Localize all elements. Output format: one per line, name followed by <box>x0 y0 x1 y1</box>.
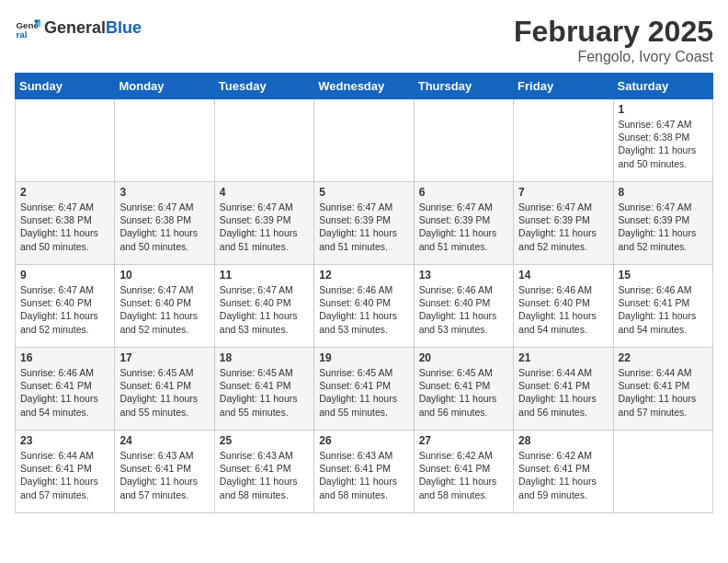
cell-content: Daylight: 11 hours and 50 minutes. <box>20 226 109 252</box>
day-number: 21 <box>518 351 608 364</box>
page-header: Gene ral General Blue February 2025 Feng… <box>15 15 713 65</box>
calendar-week-row: 16Sunrise: 6:46 AMSunset: 6:41 PMDayligh… <box>16 348 713 431</box>
calendar-cell: 4Sunrise: 6:47 AMSunset: 6:39 PMDaylight… <box>214 182 313 265</box>
calendar-week-row: 1Sunrise: 6:47 AMSunset: 6:38 PMDaylight… <box>16 99 713 182</box>
cell-content: Daylight: 11 hours and 50 minutes. <box>119 226 209 252</box>
cell-content: Sunrise: 6:42 AM <box>419 449 508 462</box>
day-number: 22 <box>619 351 708 364</box>
calendar-cell: 18Sunrise: 6:45 AMSunset: 6:41 PMDayligh… <box>214 348 313 431</box>
cell-content: Sunrise: 6:43 AM <box>319 449 408 462</box>
svg-text:ral: ral <box>16 29 27 40</box>
calendar-cell <box>214 99 313 182</box>
calendar-week-row: 2Sunrise: 6:47 AMSunset: 6:38 PMDaylight… <box>16 182 713 265</box>
cell-content: Sunset: 6:40 PM <box>119 296 209 309</box>
cell-content: Daylight: 11 hours and 55 minutes. <box>319 392 408 418</box>
calendar-cell <box>16 99 115 182</box>
cell-content: Sunset: 6:41 PM <box>220 379 309 392</box>
day-number: 8 <box>619 186 708 199</box>
calendar-cell: 22Sunrise: 6:44 AMSunset: 6:41 PMDayligh… <box>613 348 712 431</box>
calendar-cell <box>314 99 414 182</box>
cell-content: Sunrise: 6:44 AM <box>619 366 708 379</box>
calendar-cell: 7Sunrise: 6:47 AMSunset: 6:39 PMDaylight… <box>514 182 613 265</box>
calendar-cell: 3Sunrise: 6:47 AMSunset: 6:38 PMDaylight… <box>115 182 214 265</box>
cell-content: Sunrise: 6:47 AM <box>220 201 309 213</box>
location-subtitle: Fengolo, Ivory Coast <box>514 49 713 65</box>
calendar-cell: 20Sunrise: 6:45 AMSunset: 6:41 PMDayligh… <box>414 348 513 431</box>
day-number: 11 <box>220 269 309 282</box>
cell-content: Sunrise: 6:46 AM <box>20 366 109 379</box>
day-number: 19 <box>319 351 408 364</box>
header-sunday: Sunday <box>16 74 115 99</box>
logo: Gene ral General Blue <box>15 15 142 40</box>
cell-content: Daylight: 11 hours and 57 minutes. <box>20 475 109 500</box>
cell-content: Sunset: 6:41 PM <box>319 462 408 475</box>
calendar-cell: 15Sunrise: 6:46 AMSunset: 6:41 PMDayligh… <box>613 265 712 348</box>
cell-content: Daylight: 11 hours and 58 minutes. <box>220 475 309 500</box>
cell-content: Daylight: 11 hours and 52 minutes. <box>619 226 708 252</box>
cell-content: Daylight: 11 hours and 58 minutes. <box>319 475 408 500</box>
calendar-cell <box>514 99 613 182</box>
cell-content: Daylight: 11 hours and 56 minutes. <box>419 392 508 418</box>
day-number: 13 <box>419 269 508 282</box>
cell-content: Daylight: 11 hours and 58 minutes. <box>419 475 508 500</box>
cell-content: Sunrise: 6:45 AM <box>119 366 209 379</box>
cell-content: Sunset: 6:41 PM <box>419 462 508 475</box>
header-friday: Friday <box>514 74 613 99</box>
cell-content: Sunrise: 6:47 AM <box>319 201 408 213</box>
cell-content: Daylight: 11 hours and 56 minutes. <box>518 392 608 418</box>
header-wednesday: Wednesday <box>314 74 414 99</box>
day-number: 4 <box>220 186 309 199</box>
cell-content: Daylight: 11 hours and 54 minutes. <box>619 309 708 335</box>
logo-icon: Gene ral <box>15 15 40 40</box>
cell-content: Sunrise: 6:47 AM <box>20 283 109 296</box>
cell-content: Sunrise: 6:45 AM <box>220 366 309 379</box>
cell-content: Sunrise: 6:46 AM <box>419 283 508 296</box>
calendar-cell: 25Sunrise: 6:43 AMSunset: 6:41 PMDayligh… <box>214 431 313 513</box>
cell-content: Sunrise: 6:47 AM <box>220 283 309 296</box>
day-number: 26 <box>319 434 408 447</box>
day-number: 16 <box>20 351 109 364</box>
header-thursday: Thursday <box>414 74 513 99</box>
cell-content: Sunset: 6:40 PM <box>518 296 608 309</box>
cell-content: Sunset: 6:41 PM <box>619 296 708 309</box>
cell-content: Daylight: 11 hours and 52 minutes. <box>119 309 209 335</box>
calendar-table: SundayMondayTuesdayWednesdayThursdayFrid… <box>15 73 713 513</box>
calendar-cell <box>613 431 712 513</box>
cell-content: Daylight: 11 hours and 55 minutes. <box>220 392 309 418</box>
calendar-cell: 11Sunrise: 6:47 AMSunset: 6:40 PMDayligh… <box>214 265 313 348</box>
cell-content: Sunrise: 6:47 AM <box>619 118 708 131</box>
day-number: 15 <box>619 269 708 282</box>
calendar-cell: 1Sunrise: 6:47 AMSunset: 6:38 PMDaylight… <box>613 99 712 182</box>
cell-content: Sunset: 6:41 PM <box>220 462 309 475</box>
logo-blue: Blue <box>106 18 142 38</box>
logo-general: General <box>44 18 106 38</box>
cell-content: Daylight: 11 hours and 51 minutes. <box>319 226 408 252</box>
cell-content: Daylight: 11 hours and 52 minutes. <box>518 226 608 252</box>
cell-content: Sunrise: 6:44 AM <box>20 449 109 462</box>
cell-content: Sunrise: 6:46 AM <box>619 283 708 296</box>
header-saturday: Saturday <box>613 74 712 99</box>
cell-content: Daylight: 11 hours and 53 minutes. <box>319 309 408 335</box>
calendar-cell: 9Sunrise: 6:47 AMSunset: 6:40 PMDaylight… <box>16 265 115 348</box>
cell-content: Sunrise: 6:47 AM <box>119 283 209 296</box>
cell-content: Daylight: 11 hours and 54 minutes. <box>518 309 608 335</box>
cell-content: Sunset: 6:39 PM <box>319 213 408 226</box>
day-number: 12 <box>319 269 408 282</box>
header-monday: Monday <box>115 74 214 99</box>
calendar-cell <box>115 99 214 182</box>
day-number: 14 <box>518 269 608 282</box>
calendar-cell: 14Sunrise: 6:46 AMSunset: 6:40 PMDayligh… <box>514 265 613 348</box>
cell-content: Sunset: 6:38 PM <box>119 213 209 226</box>
cell-content: Sunset: 6:41 PM <box>419 379 508 392</box>
day-number: 17 <box>119 351 209 364</box>
day-number: 10 <box>119 269 209 282</box>
cell-content: Sunset: 6:41 PM <box>319 379 408 392</box>
calendar-week-row: 23Sunrise: 6:44 AMSunset: 6:41 PMDayligh… <box>16 431 713 513</box>
cell-content: Daylight: 11 hours and 51 minutes. <box>220 226 309 252</box>
cell-content: Sunset: 6:40 PM <box>20 296 109 309</box>
cell-content: Sunrise: 6:47 AM <box>119 201 209 213</box>
cell-content: Daylight: 11 hours and 51 minutes. <box>419 226 508 252</box>
day-number: 23 <box>20 434 109 447</box>
calendar-cell: 12Sunrise: 6:46 AMSunset: 6:40 PMDayligh… <box>314 265 414 348</box>
cell-content: Sunset: 6:41 PM <box>619 379 708 392</box>
